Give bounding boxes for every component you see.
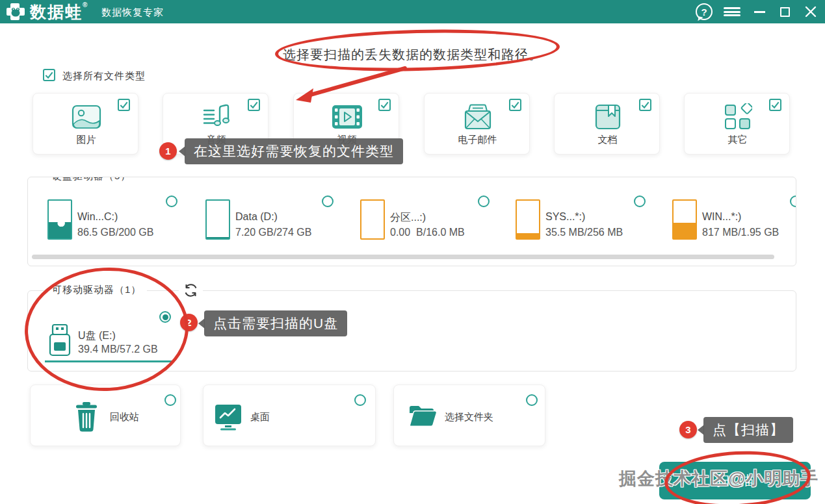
file-type-checkbox[interactable] xyxy=(509,99,521,111)
file-type-label: 其它 xyxy=(685,134,791,146)
drive-radio[interactable] xyxy=(478,195,490,207)
minimize-button[interactable] xyxy=(750,0,769,23)
location-radio[interactable] xyxy=(526,394,538,406)
apple-logo-icon xyxy=(53,215,68,231)
app-window: 数据蛙® 数据恢复专家 ? 选择要扫描的丢失数据的数据类型和路径。 选择所有文件… xyxy=(0,0,825,504)
horizontal-scrollbar[interactable] xyxy=(32,255,774,259)
removable-drives-legend: 可移动驱动器（1） xyxy=(46,284,147,296)
location-card-recycle-bin[interactable]: 回收站 xyxy=(30,384,181,446)
help-icon: ? xyxy=(696,3,713,20)
drive-radio[interactable] xyxy=(166,195,177,207)
file-type-checkbox[interactable] xyxy=(639,99,651,111)
drive-radio[interactable] xyxy=(634,195,646,207)
desktop-icon xyxy=(214,403,242,431)
step-badge-3: 3 xyxy=(679,421,697,438)
frog-logo-icon xyxy=(5,3,26,21)
close-button[interactable] xyxy=(800,0,821,23)
hard-drives-legend: 硬盘驱动器（5） xyxy=(46,177,137,183)
select-all-label: 选择所有文件类型 xyxy=(62,70,146,82)
location-label: 桌面 xyxy=(250,411,270,423)
menu-button[interactable] xyxy=(722,0,742,23)
refresh-button[interactable] xyxy=(179,282,203,301)
location-card-desktop[interactable]: 桌面 xyxy=(203,384,376,446)
file-type-card-document[interactable]: 文档 xyxy=(554,93,660,155)
selection-underline xyxy=(45,360,172,362)
watermark-text: 掘金技术社区@小明助手 xyxy=(619,467,818,490)
removable-drives-panel: 可移动驱动器（1） U盘 (E:) 39.4 MB/57.2 GB xyxy=(27,290,796,372)
step-badge-2: 2 xyxy=(180,314,198,331)
hamburger-icon xyxy=(724,6,740,18)
close-icon xyxy=(805,6,817,18)
location-label: 回收站 xyxy=(110,411,139,423)
drive-radio[interactable] xyxy=(790,195,796,207)
select-all-checkbox[interactable] xyxy=(43,69,55,81)
file-type-checkbox[interactable] xyxy=(118,99,130,111)
step-tooltip-3: 点【扫描】 xyxy=(703,417,793,443)
help-button[interactable]: ? xyxy=(694,0,714,23)
location-card-choose-folder[interactable]: 选择文件夹 xyxy=(393,384,545,446)
step-tooltip-1: 在这里选好需要恢复的文件类型 xyxy=(185,138,403,164)
drive-usage-icon xyxy=(47,199,72,240)
file-type-label: 图片 xyxy=(33,134,139,146)
title-bar: 数据蛙® 数据恢复专家 ? xyxy=(0,0,825,23)
file-type-card-image[interactable]: 图片 xyxy=(33,93,138,155)
page-title: 选择要扫描的丢失数据的数据类型和路径。 xyxy=(0,46,825,64)
hard-drives-panel: 硬盘驱动器（5） Win...C:) 86.5 GB/200 GB Data (… xyxy=(27,177,796,266)
file-type-label: 电子邮件 xyxy=(425,134,530,146)
usb-drive-radio-selected[interactable] xyxy=(159,311,171,323)
registered-mark: ® xyxy=(83,1,88,8)
location-radio[interactable] xyxy=(354,394,366,406)
step-tooltip-2: 点击需要扫描的U盘 xyxy=(204,310,347,336)
drive-usage-icon xyxy=(205,199,230,240)
step-badge-1: 1 xyxy=(159,142,177,160)
folder-icon xyxy=(408,405,437,428)
file-type-checkbox[interactable] xyxy=(378,99,391,111)
drive-usage-icon xyxy=(516,199,540,240)
file-type-label: 文档 xyxy=(555,134,661,146)
maximize-icon xyxy=(780,7,790,17)
drive-radio[interactable] xyxy=(322,195,334,207)
file-type-checkbox[interactable] xyxy=(248,99,260,111)
minimize-icon xyxy=(754,11,765,13)
recycle-bin-icon xyxy=(75,402,98,432)
app-name: 数据蛙® xyxy=(30,1,88,23)
drive-usage-icon xyxy=(672,199,697,240)
drive-usage-icon xyxy=(360,199,385,240)
app-tagline: 数据恢复专家 xyxy=(101,6,164,19)
file-type-card-email[interactable]: 电子邮件 xyxy=(424,93,530,155)
maximize-button[interactable] xyxy=(775,0,794,23)
file-type-card-other[interactable]: 其它 xyxy=(684,93,790,155)
usb-drive-icon xyxy=(48,323,72,357)
file-type-checkbox[interactable] xyxy=(769,99,781,111)
refresh-icon xyxy=(183,282,199,299)
location-radio[interactable] xyxy=(164,394,176,406)
location-label: 选择文件夹 xyxy=(445,411,493,423)
check-icon xyxy=(44,70,54,80)
